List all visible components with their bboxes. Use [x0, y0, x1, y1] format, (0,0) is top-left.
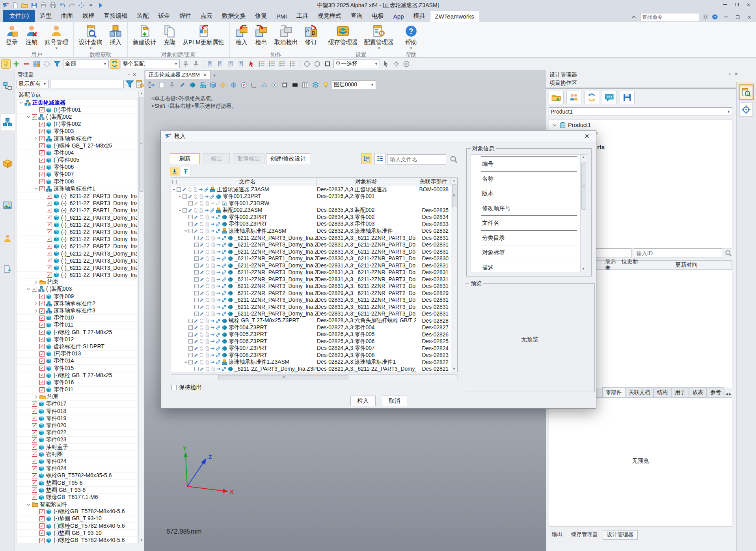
table-hscrollbar[interactable] [171, 374, 458, 380]
tab-PMI[interactable]: PMI [272, 11, 292, 22]
cubes-icon[interactable] [199, 81, 207, 89]
tree-checkbox[interactable]: ✓ [39, 351, 45, 357]
tree-item[interactable]: ✓(-)_6211-2Z_PART3_Domy_Ina [17, 192, 137, 200]
eye-icon[interactable] [270, 81, 279, 89]
tree-item[interactable]: ✓螺母GB_T6177.1-M6 [17, 494, 137, 501]
file-row[interactable]: 滚珠轴承标准件.Z3ASMDes-02832,A,3:滚珠轴承标准件Des-02… [171, 228, 451, 235]
chev-r[interactable] [34, 136, 39, 141]
tree-checkbox[interactable]: ✓ [32, 287, 37, 292]
chev-d[interactable] [19, 100, 24, 105]
open-folder-icon[interactable] [21, 2, 28, 9]
tree-item[interactable]: 智能紧固件 [17, 501, 137, 508]
tree-checkbox[interactable]: ✓ [39, 158, 45, 163]
tree-item[interactable]: ✓零件019 [17, 415, 137, 422]
file-row[interactable]: 零件005.Z3PRTDes-02826,A,3:零件005Des-02826 [171, 331, 451, 338]
filename-search-input[interactable] [387, 154, 446, 164]
bottom-tab-缓存管理器[interactable]: 缓存管理器 [567, 530, 602, 540]
tab-查询[interactable]: 查询 [346, 10, 367, 22]
layers-icon[interactable] [311, 81, 320, 89]
redo-icon[interactable] [69, 2, 75, 9]
play-icon[interactable] [97, 2, 104, 9]
tree-checkbox[interactable]: ✓ [39, 150, 45, 155]
tree-checkbox[interactable]: ✓ [39, 172, 45, 177]
keep-checkout-checkbox[interactable] [171, 385, 177, 390]
table-header[interactable]: 文件名 对象标签 关联零部件 [171, 178, 451, 186]
user-manager-icon[interactable] [3, 234, 12, 243]
tab-scroll-right-icon[interactable]: ▶ [729, 392, 732, 396]
tree-item[interactable]: ✓(-)_6211-2Z_PART2_Domy_Ina [17, 243, 137, 250]
row-checkbox[interactable] [188, 332, 193, 337]
minimize-button[interactable] [719, 0, 731, 9]
tree-item[interactable]: 约束 [17, 279, 137, 286]
table-vscrollbar[interactable]: ▲ ▼ [451, 178, 457, 372]
file-row[interactable]: _6211-2ZNR_PART3_Domy_Ina.Z3PRTDes-02831… [171, 283, 451, 290]
tree-checkbox[interactable]: ✓ [47, 251, 52, 256]
scroll-down-icon[interactable]: ▼ [581, 266, 586, 272]
tree-item[interactable]: ✓(-)_6211-2Z_PART3_Domy_Ina [17, 228, 137, 235]
row-checkbox[interactable] [194, 305, 199, 309]
id-input[interactable] [634, 248, 722, 258]
tree-checkbox[interactable]: ✓ [39, 516, 45, 521]
tree-checkbox[interactable]: ✓ [47, 273, 52, 278]
cursor-icon[interactable] [382, 60, 390, 68]
ball-icon[interactable] [188, 81, 197, 89]
file-row[interactable]: _6211-2ZNR_PART3_Domy_Ina.Z3PRTDes-02831… [171, 235, 451, 242]
display-filter-dropdown[interactable]: 显示所有▼ [17, 80, 48, 88]
play-circle-icon[interactable] [402, 60, 411, 68]
doc-close-button[interactable]: × [745, 13, 754, 21]
find-command-box[interactable] [640, 13, 699, 21]
row-checkbox[interactable] [194, 277, 199, 282]
add-icon[interactable] [12, 60, 20, 68]
row-checkbox[interactable] [188, 222, 193, 226]
tree-item[interactable]: ✓零件012 [17, 336, 137, 343]
tree-checkbox[interactable]: ✓ [32, 445, 37, 450]
tree-item[interactable]: ✓(-)_6211-2Z_PART3_Domy_Ina [17, 214, 137, 221]
column-related-part[interactable]: 关联零部件 [416, 178, 451, 186]
tree-item[interactable]: ✓零件009 [17, 293, 137, 300]
tab-线框[interactable]: 线框 [78, 10, 99, 22]
tree-item[interactable]: ✓零件018 [17, 408, 137, 415]
tree-checkbox[interactable]: ✓ [39, 538, 45, 543]
file-row[interactable]: _6211-2Z_PART3_Domy_Ina.Z3PRTDes-02821,A… [171, 366, 451, 372]
tab-直接编辑[interactable]: 直接编辑 [99, 10, 132, 22]
tree-checkbox[interactable]: ✓ [32, 480, 37, 486]
grid-column-更新时间[interactable]: 更新时间 [641, 261, 732, 269]
select-all-checkbox[interactable] [171, 178, 178, 186]
tree-checkbox[interactable]: ✓ [39, 387, 45, 392]
file-row[interactable]: 零件008.Z3PRTDes-02823,A,3:零件008Des-02823 [171, 352, 451, 359]
pin-icon[interactable] [181, 60, 190, 68]
tree-item[interactable]: ✓(-)螺栓GB_T5782-M8x40-5.6 [17, 508, 137, 516]
tree-column-header[interactable]: 装配节点 [17, 91, 138, 99]
tree-item[interactable]: ✓(-)螺栓 GB_T 27-M8x25 [17, 372, 137, 379]
tree-item[interactable]: ✓零件006 [17, 164, 137, 171]
relation-tab-关联文档[interactable]: 关联文档 [625, 387, 654, 397]
tab-ZWTeamworks[interactable]: ZWTeamworks [430, 11, 479, 22]
collapse-ribbon-icon[interactable] [631, 14, 637, 20]
file-row[interactable]: _6211-2ZNR_PART3_Domy_Ina.Z3PRTDes-02831… [171, 248, 451, 256]
file-row[interactable]: 零件004.Z3PRTDes-02827,A,3:零件004Des-02827 [171, 324, 451, 331]
create-modify-design-button[interactable]: 创建/修改设计 [266, 153, 310, 164]
grid-icon[interactable] [32, 60, 41, 68]
tree-checkbox[interactable]: ✓ [47, 229, 52, 234]
ribbon-button-修订[interactable]: AB修订 [302, 24, 320, 50]
caret-down-icon[interactable] [88, 2, 94, 9]
tree-checkbox[interactable]: ✓ [39, 337, 45, 342]
tab-钣金[interactable]: 钣金 [153, 10, 175, 22]
ribbon-button-新建设计[interactable]: 新建设计 [130, 24, 159, 50]
tree-item[interactable]: ✓零件011 [17, 387, 137, 394]
circle-icon[interactable] [313, 60, 322, 68]
bottom-tab-输出[interactable]: 输出 [548, 530, 566, 540]
save-icon[interactable] [31, 2, 37, 9]
filter-type-dropdown[interactable]: 全部▼ [63, 60, 109, 68]
file-row[interactable]: _6211-2ZNR_PART2_Domy_Ina.Z3PRTDes-02829… [171, 290, 451, 297]
row-checkbox[interactable] [188, 215, 193, 219]
chev-r[interactable] [34, 394, 39, 400]
tree-checkbox[interactable]: ✓ [39, 373, 45, 378]
file-row[interactable]: 正齿轮减速器.Z3ASMDes-02837,A,3:正齿轮减速器BOM-0003… [171, 186, 451, 193]
tree-item[interactable]: ✓(-)_6211-2Z_PART3_Domy_Ina [17, 200, 137, 207]
tree-item[interactable]: ✓零件024 [17, 465, 137, 473]
panel-restore-icon[interactable]: ▫ [729, 71, 730, 77]
file-row[interactable]: _6211-2ZNR_PART3_Domy_Ina.Z3PRTDes-02831… [171, 276, 451, 283]
plane-icon[interactable] [260, 81, 268, 89]
tree-checkbox[interactable]: ✓ [32, 466, 37, 471]
